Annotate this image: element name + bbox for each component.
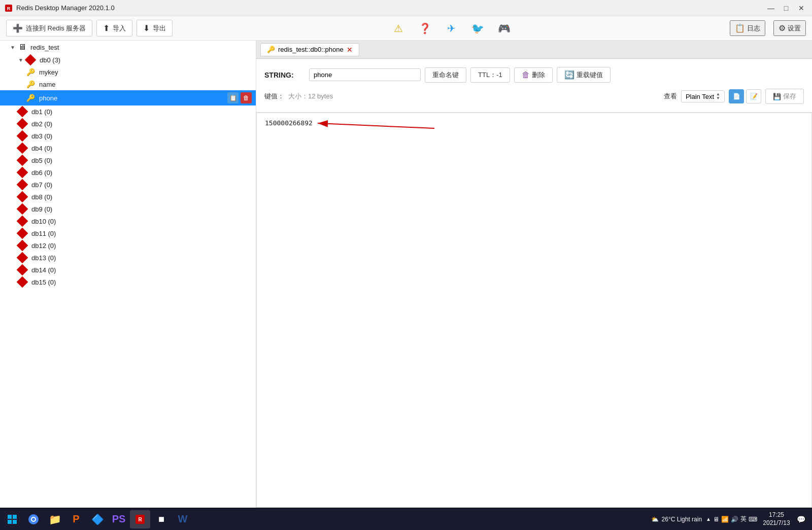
rename-key-button[interactable]: 重命名键 <box>425 67 466 83</box>
tab-close-icon[interactable]: ✕ <box>347 46 353 54</box>
value-text: 150000266892 <box>265 119 313 127</box>
db0-arrow-icon: ▼ <box>18 57 24 63</box>
sidebar-item-db7[interactable]: db7 (0) <box>0 179 256 191</box>
telegram-icon-btn[interactable]: ✈ <box>443 20 459 37</box>
taskbar-terminal-icon[interactable]: ■ <box>151 510 172 528</box>
mykey-label: mykey <box>39 68 252 76</box>
svg-line-3 <box>318 123 434 128</box>
format-buttons: 📄 📝 <box>729 89 761 103</box>
sidebar-item-db13[interactable]: db13 (0) <box>0 252 256 264</box>
db5-icon <box>17 155 28 166</box>
sidebar-item-db15[interactable]: db15 (0) <box>0 276 256 288</box>
phone-delete-button[interactable]: 🗑 <box>241 92 252 103</box>
db7-icon <box>17 179 28 191</box>
sidebar-item-mykey[interactable]: 🔑 mykey <box>0 66 256 78</box>
connect-button[interactable]: ➕ 连接到 Redis 服务器 <box>6 20 92 37</box>
taskbar-p-app-icon[interactable]: P <box>66 510 86 528</box>
minimize-button[interactable]: — <box>764 3 777 14</box>
db14-label: db14 (0) <box>31 266 252 274</box>
app-icon: R <box>4 4 13 13</box>
import-button[interactable]: ⬆ 导入 <box>96 20 132 37</box>
log-button[interactable]: 📋 日志 <box>730 20 765 36</box>
key-editor-row1: STRING: 重命名键 TTL：-1 🗑 删除 🔄 重载键值 <box>264 67 804 83</box>
sidebar-item-db2[interactable]: db2 (0) <box>0 118 256 130</box>
maximize-button[interactable]: □ <box>780 3 793 14</box>
sidebar-item-db1[interactable]: db1 (0) <box>0 105 256 118</box>
db6-icon <box>17 167 28 179</box>
sidebar-item-db10[interactable]: db10 (0) <box>0 215 256 227</box>
db0-db-icon <box>25 54 37 66</box>
taskbar-chrome-icon[interactable] <box>23 510 44 528</box>
taskbar-clock[interactable]: 17:25 2021/7/13 <box>761 511 792 527</box>
db2-icon <box>17 118 28 130</box>
delete-button[interactable]: 🗑 删除 <box>514 67 553 83</box>
save-button[interactable]: 💾 保存 <box>765 89 804 104</box>
sidebar-item-phone[interactable]: 🔑 phone 📋 🗑 <box>0 90 256 105</box>
svg-point-10 <box>32 518 35 521</box>
reload-button[interactable]: 🔄 重载键值 <box>557 67 611 83</box>
key-name-input[interactable] <box>309 68 421 81</box>
up-arrow-icon: ▲ <box>706 516 711 522</box>
db10-label: db10 (0) <box>31 218 252 225</box>
warning-icon-btn[interactable]: ⚠ <box>390 20 407 37</box>
export-icon: ⬇ <box>143 23 150 33</box>
settings-button[interactable]: ⚙ 设置 <box>773 20 806 36</box>
format-btn-1[interactable]: 📄 <box>729 89 744 103</box>
db15-label: db15 (0) <box>31 278 252 286</box>
sidebar-item-db8[interactable]: db8 (0) <box>0 191 256 203</box>
export-button[interactable]: ⬇ 导出 <box>137 20 173 37</box>
ttl-label: TTL： <box>478 71 496 79</box>
notification-icon[interactable]: 💬 <box>796 510 806 528</box>
db5-label: db5 (0) <box>31 157 252 164</box>
sidebar-item-db12[interactable]: db12 (0) <box>0 239 256 252</box>
main-container: ▼ 🖥 redis_test ▼ db0 (3) 🔑 mykey 🔑 name … <box>0 41 812 508</box>
db0-label: db0 (3) <box>40 56 252 64</box>
sidebar-item-db14[interactable]: db14 (0) <box>0 264 256 276</box>
svg-rect-4 <box>8 515 12 519</box>
format-btn-2[interactable]: 📝 <box>746 89 761 103</box>
sidebar-item-db5[interactable]: db5 (0) <box>0 154 256 166</box>
sidebar-item-db9[interactable]: db9 (0) <box>0 203 256 215</box>
sidebar-item-db3[interactable]: db3 (0) <box>0 130 256 142</box>
phpstorm-icon: PS <box>112 513 126 525</box>
phone-label: phone <box>39 94 225 102</box>
rdm-taskbar-icon: R <box>134 514 146 525</box>
tab-phone[interactable]: 🔑 redis_test::db0::phone ✕ <box>260 43 359 56</box>
taskbar-rdm-icon[interactable]: R <box>130 510 150 528</box>
sidebar-item-db6[interactable]: db6 (0) <box>0 166 256 179</box>
value-label: 键值： <box>264 92 284 101</box>
sidebar-item-db0[interactable]: ▼ db0 (3) <box>0 54 256 66</box>
mykey-key-icon: 🔑 <box>26 68 35 76</box>
save-label: 保存 <box>783 92 796 101</box>
server-arrow-icon: ▼ <box>10 45 16 50</box>
sidebar-item-name[interactable]: 🔑 name <box>0 78 256 90</box>
value-content-area[interactable]: 150000266892 <box>256 113 812 508</box>
help-icon-btn[interactable]: ❓ <box>417 20 433 37</box>
taskbar-q-app-icon[interactable]: 🔷 <box>87 510 108 528</box>
terminal-icon: ■ <box>158 513 164 525</box>
start-button[interactable] <box>2 510 22 528</box>
taskbar-file-explorer-icon[interactable]: 📁 <box>45 510 65 528</box>
sidebar-item-server[interactable]: ▼ 🖥 redis_test <box>0 41 256 54</box>
close-button[interactable]: ✕ <box>795 3 808 14</box>
view-selector[interactable]: Plain Text ▲ ▼ <box>681 90 725 102</box>
phone-actions: 📋 🗑 <box>227 92 252 103</box>
db12-icon <box>17 240 28 252</box>
svg-rect-6 <box>8 520 12 524</box>
github-icon-btn[interactable]: 🎮 <box>496 20 512 37</box>
sidebar-item-db4[interactable]: db4 (0) <box>0 142 256 154</box>
db3-icon <box>17 130 28 142</box>
toolbar-right: 📋 日志 ⚙ 设置 <box>730 20 806 36</box>
volume-icon: 🔊 <box>731 516 738 523</box>
sidebar-item-db11[interactable]: db11 (0) <box>0 227 256 239</box>
app-title: Redis Desktop Manager 2020.1.0 <box>16 4 115 12</box>
connect-icon: ➕ <box>13 23 23 33</box>
taskbar-phpstorm-icon[interactable]: PS <box>109 510 129 528</box>
taskbar-word-icon[interactable]: W <box>173 510 193 528</box>
twitter-icon-btn[interactable]: 🐦 <box>469 20 486 37</box>
db2-label: db2 (0) <box>31 120 252 128</box>
phone-copy-button[interactable]: 📋 <box>227 92 239 103</box>
folder-icon: 📁 <box>49 513 61 525</box>
chrome-icon <box>27 513 40 525</box>
db12-label: db12 (0) <box>31 242 252 250</box>
